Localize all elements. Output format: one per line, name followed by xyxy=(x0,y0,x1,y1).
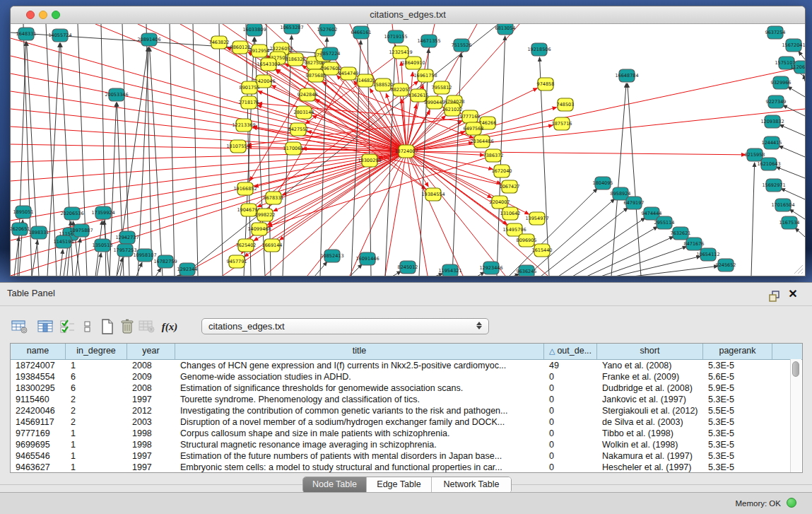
network-node[interactable]: 1167534 xyxy=(779,216,800,229)
network-node[interactable]: 1804095 xyxy=(593,177,613,189)
network-node[interactable]: 1998222 xyxy=(255,209,276,221)
close-panel-icon[interactable]: ✕ xyxy=(787,288,799,300)
network-node[interactable]: 16961758 xyxy=(413,69,437,82)
network-node[interactable]: 1170061 xyxy=(283,142,304,155)
tab-network-table[interactable]: Network Table xyxy=(432,477,511,493)
table-row[interactable]: 1938455462009Genome-wide association stu… xyxy=(11,371,802,382)
table-row[interactable]: 946554611997Estimation of the future num… xyxy=(11,450,802,462)
network-node[interactable]: 20206536 xyxy=(60,207,83,220)
network-node[interactable]: 9875685 xyxy=(306,69,326,82)
network-node[interactable]: 1292344 xyxy=(177,263,198,276)
network-node[interactable]: 9457791 xyxy=(227,255,247,268)
network-node[interactable]: 7955812 xyxy=(432,81,452,94)
network-node[interactable]: 2204007 xyxy=(490,196,510,209)
table-row[interactable]: 1830029562008Estimation of significance … xyxy=(11,382,802,394)
network-node[interactable]: 6813054 xyxy=(495,24,516,35)
network-node[interactable]: 1648331 xyxy=(16,28,37,40)
network-node[interactable]: 12093832 xyxy=(760,115,784,128)
network-node[interactable]: 9245652 xyxy=(716,259,736,271)
network-node[interactable]: 1350513 xyxy=(93,239,113,252)
select-rows-button[interactable] xyxy=(58,317,78,337)
network-node[interactable]: 7857224 xyxy=(320,47,341,60)
float-window-icon[interactable] xyxy=(767,290,782,303)
network-node[interactable]: 17359924 xyxy=(91,206,114,219)
network-node[interactable]: 19384554 xyxy=(421,188,445,201)
table-row[interactable]: 1456911722003Disruption of a novel membe… xyxy=(11,416,802,428)
network-node[interactable]: 1310642 xyxy=(500,207,521,220)
network-node[interactable]: 9329966 xyxy=(771,76,792,89)
network-node[interactable]: 6479197 xyxy=(624,197,645,209)
row-height-button[interactable] xyxy=(78,317,98,337)
network-node[interactable]: 12923446 xyxy=(479,262,502,274)
table-row[interactable]: 946362711997Embryonic stem cells: a mode… xyxy=(11,462,802,473)
network-node[interactable]: 974858 xyxy=(537,78,555,90)
network-node[interactable]: 9636245 xyxy=(517,265,537,276)
new-table-button[interactable] xyxy=(98,317,117,337)
network-node[interactable]: 20891406 xyxy=(137,33,160,46)
column-header-pagerank[interactable]: pagerank xyxy=(703,344,772,359)
network-node[interactable]: 8912954 xyxy=(249,45,270,57)
delete-table-button[interactable] xyxy=(137,317,157,337)
network-node[interactable]: 9242848 xyxy=(298,88,318,101)
network-node[interactable]: 1615440 xyxy=(532,244,553,257)
column-header-year[interactable]: year xyxy=(127,344,175,359)
column-header-out_de[interactable]: △out_de... xyxy=(544,344,597,359)
column-header-title[interactable]: title xyxy=(175,344,544,359)
function-builder-button[interactable]: f(x) xyxy=(160,317,180,337)
network-node[interactable]: 8096905 xyxy=(517,234,537,247)
network-node[interactable]: 7463822 xyxy=(209,36,230,49)
network-node[interactable]: 9637254 xyxy=(765,26,786,39)
network-node[interactable]: 10653287 xyxy=(280,24,303,34)
network-node[interactable]: 14055724 xyxy=(48,29,71,42)
network-node[interactable]: 16782759 xyxy=(153,255,177,268)
network-node[interactable]: 8901755 xyxy=(240,81,260,94)
table-scrollbar-thumb[interactable] xyxy=(792,361,799,377)
tab-edge-table[interactable]: Edge Table xyxy=(367,477,432,493)
network-node[interactable]: 748503 xyxy=(557,98,575,111)
network-node[interactable]: 2620651 xyxy=(11,223,30,235)
table-row[interactable]: 1872400712008Changes of HCN gene express… xyxy=(11,360,802,371)
network-node[interactable]: 6497568 xyxy=(464,122,484,135)
network-node[interactable]: 18107554 xyxy=(226,140,249,153)
network-node[interactable]: 1669144 xyxy=(262,239,283,252)
network-node[interactable]: 19218506 xyxy=(527,43,551,56)
network-node[interactable]: 8245012 xyxy=(398,261,418,274)
network-node[interactable]: 16648784 xyxy=(615,69,638,82)
network-node[interactable]: 2955114 xyxy=(654,216,675,229)
table-row[interactable]: 969969511998Structural magnetic resonanc… xyxy=(11,439,802,450)
window-resize-grip[interactable] xyxy=(792,263,804,274)
network-node[interactable]: 2803144 xyxy=(294,106,314,119)
network-node[interactable]: 1244415 xyxy=(762,136,782,149)
select-columns-button[interactable] xyxy=(35,317,55,337)
network-node[interactable]: 10852413 xyxy=(320,250,343,262)
network-canvas[interactable]: 1872400774638228860128891295423226058132… xyxy=(11,24,805,276)
network-node[interactable]: 2718176 xyxy=(239,96,259,109)
network-node[interactable]: 8427552 xyxy=(288,123,309,136)
table-settings-button[interactable] xyxy=(10,317,30,337)
column-header-in_degree[interactable]: in_degree xyxy=(66,344,127,359)
table-selector-dropdown[interactable]: citations_edges.txt xyxy=(201,318,489,334)
network-node[interactable]: 7625402 xyxy=(236,239,257,252)
network-node[interactable]: 15672041 xyxy=(782,39,805,52)
network-node[interactable]: 1672040 xyxy=(492,165,512,177)
table-row[interactable]: 2242004622012Investigating the contribut… xyxy=(11,405,802,416)
network-node[interactable]: 15692971 xyxy=(762,179,785,192)
delete-columns-button[interactable] xyxy=(117,317,137,337)
network-node[interactable]: 20053346 xyxy=(105,88,128,101)
network-node[interactable]: 7515526 xyxy=(452,39,472,52)
network-node[interactable]: 1875716 xyxy=(552,117,572,130)
table-row[interactable]: 911546021997Tourette syndrome. Phenomeno… xyxy=(11,394,802,405)
network-node[interactable]: 1527602 xyxy=(317,24,338,36)
network-node[interactable]: 10719155 xyxy=(384,30,407,43)
tab-node-table[interactable]: Node Table xyxy=(303,477,367,493)
network-node[interactable]: 8860128 xyxy=(230,41,251,54)
column-header-name[interactable]: name xyxy=(11,344,66,359)
network-node[interactable]: 5678331 xyxy=(264,192,284,204)
network-node[interactable]: 1067427 xyxy=(500,180,520,193)
network-node[interactable]: 9777169 xyxy=(460,110,481,123)
network-node[interactable]: 9227349 xyxy=(766,95,787,108)
network-window-titlebar[interactable]: citations_edges.txt xyxy=(11,6,805,24)
network-node[interactable]: 1145194 xyxy=(54,235,74,248)
network-node[interactable]: 8186328 xyxy=(286,53,306,66)
table-row[interactable]: 977716911998Corpus callosum shape and si… xyxy=(11,428,802,439)
